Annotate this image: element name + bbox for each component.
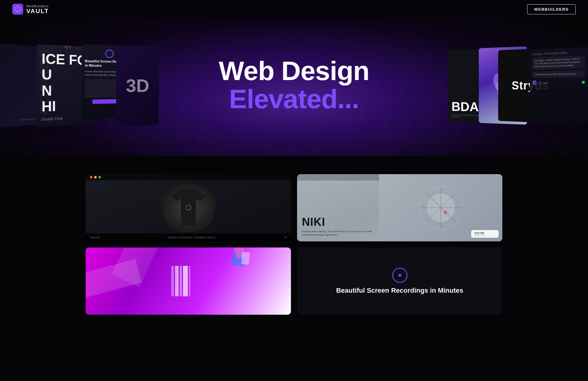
hero-title-line2: Elevated... [219, 84, 369, 114]
dot-red [90, 176, 92, 178]
footer-right-1: 75 [284, 236, 287, 239]
svg-rect-17 [175, 266, 179, 296]
card-top-bar-1 [86, 174, 291, 180]
gallery-card-magenta [86, 247, 291, 315]
recordings-circle [392, 268, 408, 283]
dot-2 [306, 176, 308, 179]
magenta-shapes [86, 247, 291, 315]
hero-section: COSMOS shoplabeldesign.io • ... 🪑 ICE FC… [0, 15, 588, 156]
logo-text: WebBuilders VAULT [26, 5, 49, 14]
shirt-visual [161, 183, 216, 232]
decorative-dot-3 [349, 188, 350, 189]
brand-bottom-label: VAULT [26, 8, 49, 14]
gallery-card-niki: New Work Black String Team Niki NIKI Bur… [297, 174, 502, 241]
logo-icon [12, 4, 23, 15]
decorative-dot-1 [37, 226, 38, 227]
svg-rect-23 [241, 252, 250, 265]
recordings-title: Beautiful Screen Recordings in Minutes [336, 287, 463, 295]
svg-point-13 [445, 212, 446, 213]
svg-rect-16 [171, 266, 174, 296]
card-footer-bar-1: freemail Simple & Generous • Jonathan Si… [86, 233, 291, 241]
niki-sub-card: Team Niki Design studio [471, 230, 499, 238]
dot-yellow [94, 176, 97, 178]
magenta-inner [86, 247, 291, 315]
logo: WebBuilders VAULT [12, 4, 49, 15]
footer-left-1: freemail [90, 236, 100, 239]
hero-center: Web Design Elevated... [219, 57, 369, 114]
dot-1 [301, 176, 304, 179]
svg-rect-20 [189, 266, 190, 296]
niki-left-panel: NIKI Bursting with creativity. In a cult… [297, 174, 379, 241]
brand-top-label: WebBuilders [26, 5, 49, 8]
dot-green [99, 176, 101, 178]
webbuilders-button[interactable]: WEBBUILDERS [527, 4, 576, 14]
gallery-card-shirt: freemail Simple & Generous • Jonathan Si… [86, 174, 291, 241]
hero-title-line1: Web Design [219, 57, 369, 84]
decorative-dot-2 [349, 183, 350, 184]
svg-rect-19 [183, 266, 188, 296]
footer-mid-1: Simple & Generous • Jonathan Simms [168, 236, 215, 239]
niki-title: NIKI [302, 216, 374, 229]
niki-description: Bursting with creativity. In a cult of t… [302, 230, 374, 236]
navbar: WebBuilders VAULT WEBBUILDERS [0, 0, 588, 18]
gallery-section: freemail Simple & Generous • Jonathan Si… [0, 156, 588, 327]
niki-right-panel: Team Niki Design studio [379, 174, 502, 241]
recordings-inner-dot [398, 274, 401, 277]
gallery-card-recordings: Beautiful Screen Recordings in Minutes [297, 247, 502, 315]
svg-rect-18 [180, 266, 182, 296]
